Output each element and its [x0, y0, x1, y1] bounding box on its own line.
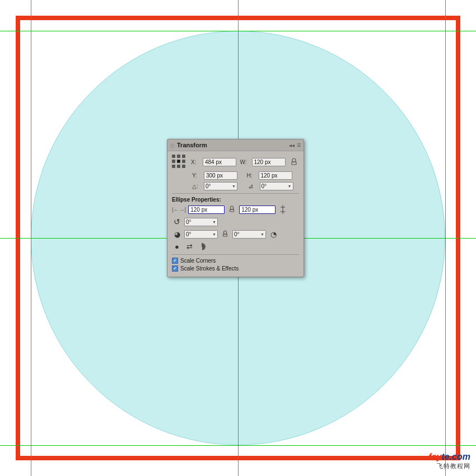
ellipse-h-icon — [278, 204, 288, 214]
menu-icon[interactable]: ≡ — [297, 141, 301, 149]
h-field-group: H: 120 px — [247, 171, 300, 180]
pie-left-icon[interactable]: ◕ — [172, 229, 182, 239]
w-input[interactable]: 120 px — [252, 158, 286, 166]
ellipse-link-icon[interactable] — [227, 204, 237, 214]
dot-br[interactable] — [182, 165, 185, 168]
scale-strokes-checkbox[interactable] — [172, 265, 178, 272]
x-field-group: X: 484 px — [191, 158, 238, 166]
dot-ml[interactable] — [172, 160, 175, 163]
panel-title-text: Transform — [177, 142, 207, 148]
dot-mr[interactable] — [182, 160, 185, 163]
h-input[interactable]: 120 px — [259, 171, 292, 180]
dot-tr[interactable] — [182, 155, 185, 158]
dot-tl[interactable] — [172, 155, 175, 158]
rotate-arrow: ▼ — [232, 184, 236, 188]
guide-v-right — [445, 0, 446, 476]
svg-rect-0 — [292, 162, 296, 165]
dot-bc[interactable] — [177, 165, 180, 168]
pie-end2-arrow: ▼ — [260, 232, 264, 236]
pie-swap-icon[interactable]: ⇄ — [184, 241, 194, 251]
small-icons-row: ● ⇄ — [172, 241, 299, 251]
watermark-line1: feyte.com — [428, 452, 470, 462]
pie-start-select[interactable]: 0° ▼ — [184, 218, 218, 226]
shear-select[interactable]: 0° ▼ — [260, 182, 293, 190]
canvas: ◇ Transform ◂◂ ≡ — [0, 0, 476, 476]
pie-right-icon[interactable]: ◔ — [268, 229, 278, 239]
pie-end1-arrow: ▼ — [212, 232, 216, 236]
scale-strokes-label: Scale Strokes & Effects — [180, 265, 239, 272]
ellipse-w-input[interactable]: 120 px — [188, 206, 225, 214]
rotate-shear-row: △: 0° ▼ ⊿ 0° ▼ — [192, 182, 299, 190]
pie-start-value: 0° — [186, 219, 192, 225]
shear-value: 0° — [262, 183, 267, 189]
x-label: X: — [191, 159, 201, 165]
scale-strokes-row: Scale Strokes & Effects — [172, 265, 299, 272]
link-wh-icon[interactable] — [289, 157, 299, 167]
w-label: W: — [240, 159, 250, 165]
scale-corners-checkbox[interactable] — [172, 258, 178, 264]
divider-2 — [172, 254, 299, 255]
y-input[interactable]: 300 px — [204, 171, 237, 180]
shear-icon: ⊿ — [248, 183, 258, 190]
x-input[interactable]: 484 px — [203, 158, 236, 166]
pie-end2-value: 0° — [234, 231, 240, 237]
pie-end2-select[interactable]: 0° ▼ — [232, 230, 266, 239]
scale-corners-label: Scale Corners — [180, 258, 216, 264]
ellipse-section-label: Ellipse Properties: — [172, 197, 299, 203]
h-label: H: — [247, 172, 257, 179]
panel-title-area: ◇ Transform — [170, 142, 207, 148]
watermark: feyte.com 飞特教程网 — [428, 452, 470, 470]
panel-body: X: 484 px W: 120 px Y: 300 — [167, 151, 304, 277]
shear-arrow: ▼ — [288, 184, 292, 188]
rotate-field-group: △: 0° ▼ — [192, 182, 244, 190]
pie-link-icon[interactable] — [220, 229, 230, 239]
pie-end1-value: 0° — [186, 231, 192, 237]
panel-titlebar: ◇ Transform ◂◂ ≡ — [167, 139, 304, 151]
pie-start-arrow: ▼ — [212, 220, 216, 224]
pie-full-icon[interactable]: ● — [172, 241, 182, 251]
rotate-label: △: — [192, 183, 202, 189]
xyw-row: X: 484 px W: 120 px — [172, 155, 299, 169]
guide-v-left — [31, 0, 31, 476]
y-label: Y: — [192, 172, 202, 179]
dot-mc[interactable] — [177, 160, 180, 163]
dot-tc[interactable] — [177, 155, 180, 158]
ellipse-h-input[interactable]: 120 px — [239, 206, 276, 214]
svg-rect-5 — [223, 234, 227, 236]
ellipse-wh-row: |←→| 120 px 120 px — [172, 204, 299, 214]
dot-bl[interactable] — [172, 165, 175, 168]
divider-1 — [172, 193, 299, 194]
pie-start-row: ↺ 0° ▼ — [172, 217, 299, 227]
pie-end-row: ◕ 0° ▼ 0° ▼ ◔ — [172, 229, 299, 239]
y-field-group: Y: 300 px — [192, 171, 245, 180]
collapse-icon[interactable]: ◂◂ — [289, 142, 295, 148]
align-grid[interactable] — [172, 155, 186, 169]
ellipse-w-icon: |←→| — [172, 207, 186, 213]
pie-partial-icon[interactable] — [197, 241, 207, 251]
svg-rect-1 — [230, 209, 234, 212]
scale-corners-row: Scale Corners — [172, 258, 299, 264]
shear-field-group: ⊿ 0° ▼ — [248, 182, 300, 190]
transform-icon: ◇ — [170, 142, 175, 148]
panel-control-buttons: ◂◂ ≡ — [289, 141, 301, 149]
w-field-group: W: 120 px — [240, 158, 287, 166]
rotate-value: 0° — [206, 183, 211, 189]
yh-row: Y: 300 px H: 120 px — [192, 171, 299, 180]
transform-panel: ◇ Transform ◂◂ ≡ — [167, 139, 304, 277]
pie-end1-select[interactable]: 0° ▼ — [184, 230, 218, 239]
watermark-line2: 飞特教程网 — [428, 462, 470, 470]
rotate-select[interactable]: 0° ▼ — [204, 182, 237, 190]
rotate-reset-icon[interactable]: ↺ — [172, 217, 182, 227]
